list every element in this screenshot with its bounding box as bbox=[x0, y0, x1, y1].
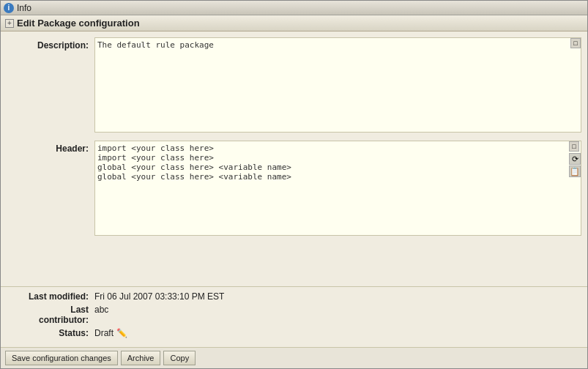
header-expand-btn[interactable]: □ bbox=[569, 141, 579, 152]
description-label: Description: bbox=[7, 37, 94, 51]
title-bar-text: Info bbox=[17, 3, 31, 13]
header-row: Header: □ ⟳ 📋 bbox=[7, 141, 581, 238]
info-icon: i bbox=[4, 3, 14, 13]
last-contributor-row: Last contributor: abc bbox=[7, 305, 581, 325]
expand-icon[interactable]: + bbox=[5, 19, 14, 28]
last-modified-row: Last modified: Fri 06 Jul 2007 03:33:10 … bbox=[7, 291, 581, 302]
status-edit-icon[interactable]: ✏️ bbox=[116, 328, 127, 338]
form-area: Description: □ Header: □ ⟳ 📋 bbox=[1, 31, 587, 286]
header-refresh-icon[interactable]: ⟳ bbox=[569, 153, 581, 165]
main-window: i Info + Edit Package configuration Desc… bbox=[0, 0, 588, 369]
status-value: Draft bbox=[94, 328, 113, 338]
copy-button[interactable]: Copy bbox=[163, 351, 196, 365]
info-section: Last modified: Fri 06 Jul 2007 03:33:10 … bbox=[1, 286, 587, 347]
header-label: Header: bbox=[7, 141, 94, 154]
section-header: + Edit Package configuration bbox=[1, 15, 587, 31]
title-bar: i Info bbox=[1, 1, 587, 15]
last-contributor-value: abc bbox=[94, 305, 108, 315]
description-row: Description: □ bbox=[7, 37, 581, 135]
button-row: Save configuration changes Archive Copy bbox=[1, 347, 587, 368]
header-wrapper: □ ⟳ 📋 bbox=[94, 141, 581, 238]
section-header-title: Edit Package configuration bbox=[17, 18, 140, 29]
header-textarea[interactable] bbox=[94, 141, 581, 236]
status-label: Status: bbox=[7, 328, 94, 338]
last-modified-label: Last modified: bbox=[7, 291, 94, 302]
description-textarea[interactable] bbox=[94, 37, 581, 133]
description-wrapper: □ bbox=[94, 37, 581, 135]
header-info-icon[interactable]: 📋 bbox=[569, 165, 581, 177]
archive-button[interactable]: Archive bbox=[121, 351, 161, 365]
description-expand-btn[interactable]: □ bbox=[570, 38, 581, 48]
save-button[interactable]: Save configuration changes bbox=[5, 351, 118, 365]
last-contributor-label: Last contributor: bbox=[7, 305, 94, 325]
header-icon-group: □ ⟳ 📋 bbox=[569, 141, 581, 177]
status-row: Status: Draft ✏️ bbox=[7, 328, 581, 338]
last-modified-value: Fri 06 Jul 2007 03:33:10 PM EST bbox=[94, 291, 224, 302]
